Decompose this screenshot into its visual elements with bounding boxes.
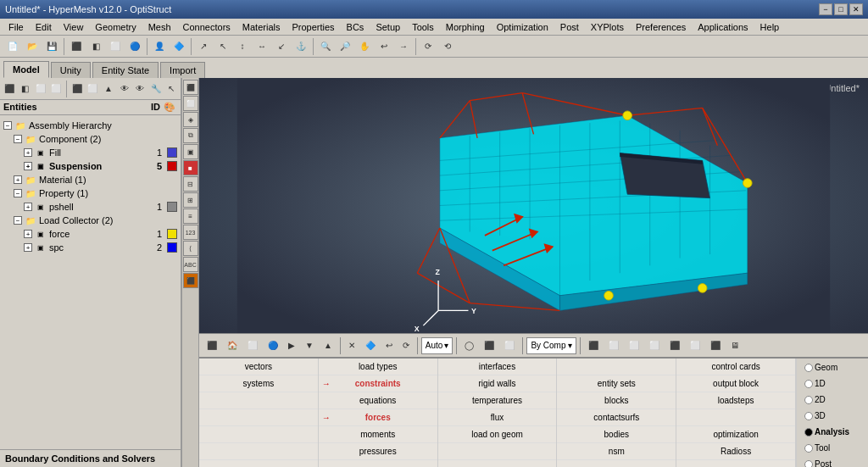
bc-controlcards-header[interactable]: control cards	[676, 359, 795, 375]
tree-fill[interactable]: + ▣ Fill 1	[3, 146, 177, 159]
vp-btn-20[interactable]: ⬜	[686, 336, 704, 355]
tb-icon-19[interactable]: ⟲	[438, 37, 457, 56]
menu-item-morphing[interactable]: Morphing	[441, 20, 490, 34]
bc-pressures[interactable]: pressures	[319, 443, 437, 460]
vp-btn-2[interactable]: 🏠	[223, 336, 242, 355]
v-icon-12[interactable]: ABC	[183, 257, 198, 272]
tb-icon-9[interactable]: ↕	[233, 37, 252, 56]
et-btn-9[interactable]: 👁	[132, 80, 147, 98]
auto-dropdown[interactable]: Auto ▾	[421, 337, 453, 354]
bc-forces[interactable]: → forces	[319, 409, 437, 426]
vp-btn-22[interactable]: 🖥	[726, 336, 743, 355]
menu-item-tools[interactable]: Tools	[407, 20, 439, 34]
expand-assembly[interactable]: −	[3, 121, 12, 130]
vp-btn-7[interactable]: ▲	[320, 336, 337, 355]
tree-spc[interactable]: + ▣ spc 2	[3, 241, 177, 254]
bc-entity-sets[interactable]: entity sets	[557, 375, 676, 392]
menu-item-materials[interactable]: Materials	[237, 20, 286, 34]
tree-pshell[interactable]: + ▣ pshell 1	[3, 200, 177, 214]
bc-systems[interactable]: systems	[199, 375, 318, 392]
tool-radio[interactable]: Tool	[800, 441, 865, 455]
vp-btn-12[interactable]: ◯	[460, 336, 478, 355]
bc-equations[interactable]: equations	[319, 392, 437, 409]
vp-btn-13[interactable]: ⬛	[480, 336, 498, 355]
bc-load-on-geom[interactable]: load on geom	[438, 426, 557, 443]
tree-suspension[interactable]: + ▣ Suspension 5	[3, 159, 177, 173]
tree-force[interactable]: + ▣ force 1	[3, 227, 177, 241]
tree-material-group[interactable]: + 📁 Material (1)	[3, 173, 177, 186]
v-icon-2[interactable]: ⬜	[183, 96, 198, 111]
1d-radio[interactable]: 1D	[800, 376, 865, 391]
et-btn-10[interactable]: 🔧	[148, 80, 164, 98]
by-comp-dropdown[interactable]: By Comp ▾	[526, 337, 576, 354]
save-button[interactable]: 💾	[42, 37, 61, 56]
bc-temperatures[interactable]: temperatures	[438, 392, 557, 409]
menu-item-mesh[interactable]: Mesh	[143, 20, 176, 34]
v-icon-10[interactable]: 123	[183, 225, 198, 240]
menu-item-file[interactable]: File	[3, 20, 29, 34]
menu-item-edit[interactable]: Edit	[31, 20, 57, 34]
vp-btn-14[interactable]: ⬜	[500, 336, 519, 355]
expand-component[interactable]: −	[14, 135, 22, 143]
bc-blocks[interactable]: blocks	[557, 392, 676, 409]
open-button[interactable]: 📂	[23, 37, 42, 56]
menu-item-applications[interactable]: Applications	[693, 20, 753, 34]
menu-item-help[interactable]: Help	[755, 20, 785, 34]
menu-item-geometry[interactable]: Geometry	[90, 20, 141, 34]
tb-icon-13[interactable]: 🔍	[316, 37, 335, 56]
tab-model[interactable]: Model	[3, 61, 49, 78]
vp-btn-21[interactable]: ⬛	[706, 336, 725, 355]
bc-flux[interactable]: flux	[438, 409, 557, 426]
menu-item-connectors[interactable]: Connectors	[178, 20, 236, 34]
bc-vectors-header[interactable]: vectors	[199, 359, 318, 375]
et-cursor-btn[interactable]: ↖	[164, 80, 179, 98]
tb-icon-1[interactable]: ⬛	[67, 37, 86, 56]
menu-item-setup[interactable]: Setup	[370, 20, 405, 34]
tree-component-group[interactable]: − 📁 Component (2)	[3, 132, 177, 146]
vp-btn-8[interactable]: ✕	[344, 336, 359, 355]
et-btn-2[interactable]: ◧	[18, 80, 33, 98]
v-icon-8[interactable]: ⊞	[183, 192, 198, 208]
bc-contactsurfs[interactable]: contactsurfs	[557, 409, 676, 426]
tb-icon-16[interactable]: ↩	[375, 37, 393, 56]
vp-btn-10[interactable]: ↩	[381, 336, 397, 355]
vp-btn-3[interactable]: ⬜	[243, 336, 262, 355]
expand-load-collector[interactable]: −	[14, 216, 22, 225]
expand-property[interactable]: −	[14, 189, 22, 197]
menu-item-view[interactable]: View	[58, 20, 89, 34]
tb-icon-4[interactable]: 🔵	[125, 37, 144, 56]
tb-icon-2[interactable]: ◧	[86, 37, 105, 56]
menu-item-bcs[interactable]: BCs	[342, 20, 370, 34]
vp-btn-5[interactable]: ▶	[284, 336, 299, 355]
tb-icon-12[interactable]: ⚓	[292, 37, 310, 56]
et-btn-8[interactable]: 👁	[117, 80, 132, 98]
minimize-button[interactable]: −	[819, 3, 832, 15]
geom-radio[interactable]: Geom	[800, 360, 865, 375]
tb-icon-3[interactable]: ⬜	[106, 37, 125, 56]
v-icon-9[interactable]: ≡	[183, 208, 198, 224]
vp-btn-15[interactable]: ⬛	[584, 336, 603, 355]
tree-assembly-hierarchy[interactable]: − 📁 Assembly Hierarchy	[3, 119, 177, 132]
expand-suspension[interactable]: +	[24, 162, 32, 170]
vp-btn-18[interactable]: ⬜	[645, 336, 664, 355]
v-icon-6[interactable]: ■	[183, 160, 198, 175]
3d-radio[interactable]: 3D	[800, 409, 865, 423]
vp-btn-16[interactable]: ⬜	[604, 336, 623, 355]
tree-load-collector-group[interactable]: − 📁 Load Collector (2)	[3, 214, 177, 227]
tab-unity[interactable]: Unity	[51, 62, 91, 78]
et-btn-5[interactable]: ⬛	[70, 80, 85, 98]
expand-pshell[interactable]: +	[24, 203, 32, 211]
bc-nsm[interactable]: nsm	[557, 443, 676, 460]
vp-btn-6[interactable]: ▼	[301, 336, 318, 355]
bc-output-block[interactable]: output block	[676, 375, 795, 392]
tb-icon-17[interactable]: →	[394, 37, 413, 56]
post-radio[interactable]: Post	[800, 457, 865, 467]
maximize-button[interactable]: □	[834, 3, 848, 15]
tb-icon-15[interactable]: ✋	[355, 37, 374, 56]
et-btn-6[interactable]: ⬜	[86, 80, 101, 98]
vp-btn-1[interactable]: ⬛	[203, 336, 221, 355]
bc-moments[interactable]: moments	[319, 426, 437, 443]
menu-item-properties[interactable]: Properties	[287, 20, 339, 34]
v-icon-1[interactable]: ⬛	[183, 80, 198, 95]
v-icon-4[interactable]: ⧉	[183, 128, 198, 143]
